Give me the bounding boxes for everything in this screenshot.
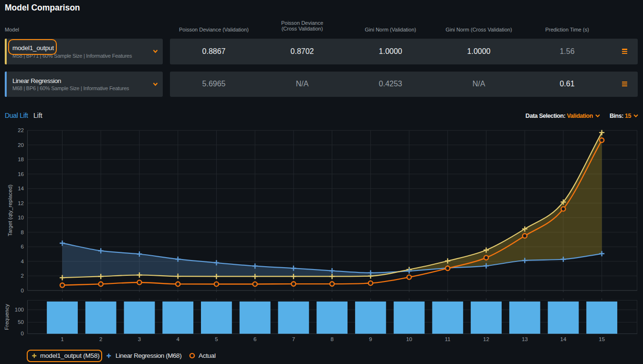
svg-text:6: 6 [21, 244, 24, 250]
svg-text:12: 12 [18, 200, 24, 206]
svg-text:100: 100 [15, 307, 24, 312]
svg-text:13: 13 [522, 336, 528, 342]
svg-text:12: 12 [483, 336, 489, 342]
svg-text:4: 4 [176, 336, 179, 342]
svg-text:16: 16 [18, 171, 24, 177]
svg-text:9: 9 [369, 336, 372, 342]
svg-text:2: 2 [99, 336, 102, 342]
svg-text:7: 7 [292, 336, 295, 342]
svg-text:0: 0 [21, 331, 24, 336]
svg-text:14: 14 [18, 186, 24, 191]
svg-text:18: 18 [18, 156, 24, 162]
svg-text:10: 10 [18, 215, 24, 220]
svg-text:11: 11 [445, 336, 451, 342]
svg-text:4: 4 [21, 259, 24, 264]
svg-text:0: 0 [21, 288, 24, 293]
svg-text:1: 1 [61, 336, 63, 342]
svg-text:Frequency: Frequency [4, 304, 10, 330]
svg-text:20: 20 [18, 142, 24, 148]
svg-text:8: 8 [330, 336, 333, 342]
svg-text:3: 3 [138, 336, 141, 342]
svg-text:6: 6 [253, 336, 256, 342]
svg-text:5: 5 [215, 336, 218, 342]
svg-text:14: 14 [560, 336, 567, 342]
svg-text:50: 50 [18, 319, 24, 325]
svg-text:2: 2 [21, 273, 24, 279]
svg-text:15: 15 [599, 336, 605, 342]
svg-text:10: 10 [406, 336, 412, 342]
svg-text:8: 8 [21, 229, 24, 235]
svg-text:Target (qty_replaced): Target (qty_replaced) [7, 184, 13, 236]
svg-text:22: 22 [18, 127, 24, 133]
